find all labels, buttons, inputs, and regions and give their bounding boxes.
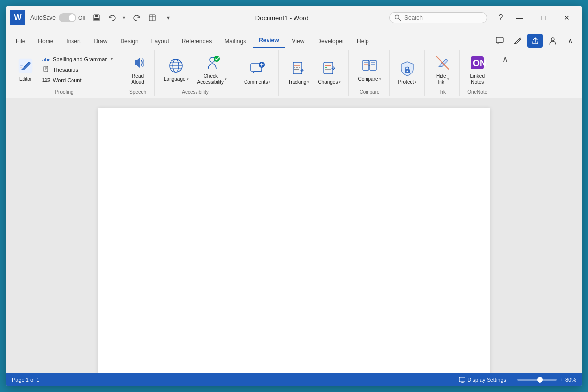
redo-button[interactable]	[130, 11, 144, 24]
ribbon-group-ink: HideInk ▾ Ink	[426, 50, 460, 96]
changes-button[interactable]: Changes ▾	[314, 58, 344, 87]
undo-button[interactable]	[105, 11, 119, 24]
account-button[interactable]	[545, 34, 561, 48]
customize-toolbar-button[interactable]: ▾	[161, 11, 175, 24]
zoom-slider[interactable]	[517, 379, 557, 381]
status-right: Display Settings − + 80%	[459, 376, 576, 383]
word-logo: W	[10, 10, 25, 25]
editor-label: Editor	[19, 76, 32, 82]
undo-dropdown[interactable]: ▼	[121, 11, 128, 24]
page-info[interactable]: Page 1 of 1	[12, 377, 39, 383]
display-settings-icon	[459, 376, 466, 383]
tab-help[interactable]: Help	[351, 35, 375, 48]
thesaurus-button[interactable]: Thesaurus	[39, 64, 116, 75]
comments-group-content: Comments ▾	[240, 50, 274, 95]
svg-rect-1	[95, 15, 98, 17]
read-aloud-button[interactable]: ReadAloud	[125, 52, 150, 87]
ribbon-group-tracking: Tracking ▾	[280, 50, 349, 96]
zoom-plus-button[interactable]: +	[560, 377, 563, 383]
svg-point-6	[395, 15, 399, 19]
word-count-button[interactable]: 123 Word Count	[39, 76, 116, 85]
minimize-button[interactable]: —	[509, 10, 531, 25]
speech-group-label: Speech	[125, 89, 150, 96]
hide-ink-button[interactable]: HideInk ▾	[430, 52, 455, 87]
save-button[interactable]	[90, 11, 103, 24]
protect-group-label	[394, 95, 421, 96]
hide-ink-label: HideInk	[436, 74, 446, 85]
language-button[interactable]: Language ▾	[160, 55, 193, 84]
edit-mode-button[interactable]	[510, 34, 525, 48]
window-controls: ? — □ ✕	[494, 10, 578, 25]
zoom-minus-button[interactable]: −	[511, 377, 514, 383]
maximize-button[interactable]: □	[532, 10, 555, 25]
tracking-group-label	[284, 95, 344, 96]
svg-point-43	[407, 70, 408, 72]
share-button[interactable]	[527, 34, 543, 48]
tab-home[interactable]: Home	[32, 35, 59, 48]
tab-mailings[interactable]: Mailings	[219, 35, 252, 48]
tab-design[interactable]: Design	[114, 35, 144, 48]
spelling-grammar-button[interactable]: abc Spelling and Grammar ▾	[39, 55, 116, 64]
autosave-toggle[interactable]: Off	[59, 13, 85, 22]
compare-button[interactable]: Compare ▾	[354, 55, 385, 84]
check-accessibility-button[interactable]: CheckAccessibility ▾	[194, 52, 231, 87]
comments-button[interactable]: Comments ▾	[240, 58, 274, 87]
protect-label: Protect	[398, 79, 414, 85]
tab-draw[interactable]: Draw	[88, 35, 113, 48]
tracking-icon	[290, 60, 307, 77]
compare-group-content: Compare ▾	[354, 50, 385, 89]
thesaurus-label: Thesaurus	[53, 67, 78, 73]
ribbon-collapse-button[interactable]: ∧	[563, 34, 578, 48]
zoom-control: − + 80%	[511, 377, 576, 383]
hide-ink-icon	[434, 54, 451, 72]
document-page[interactable]	[98, 108, 490, 373]
tab-review[interactable]: Review	[253, 34, 285, 48]
tab-insert[interactable]: Insert	[60, 35, 87, 48]
ribbon-group-proofing: Editor abc Spelling and Grammar ▾	[9, 50, 120, 96]
compare-label: Compare	[358, 76, 378, 82]
comments-panel-button[interactable]	[492, 34, 508, 48]
svg-rect-8	[496, 37, 503, 43]
changes-label: Changes	[318, 79, 338, 85]
tab-layout[interactable]: Layout	[146, 35, 175, 48]
linked-notes-button[interactable]: ON LinkedNotes	[465, 52, 490, 87]
tab-references[interactable]: References	[176, 35, 218, 48]
svg-rect-2	[94, 18, 99, 20]
read-aloud-label: ReadAloud	[131, 74, 144, 85]
tracking-button[interactable]: Tracking ▾	[284, 58, 313, 87]
close-button[interactable]: ✕	[556, 10, 578, 25]
ribbon-group-comments: Comments ▾	[236, 50, 279, 96]
protect-icon	[398, 60, 416, 77]
ribbon-group-protect: Protect ▾	[391, 50, 425, 96]
changes-icon	[320, 60, 338, 77]
accessibility-content: Language ▾ Ch	[160, 50, 231, 89]
linked-notes-label: LinkedNotes	[470, 74, 485, 85]
toggle-track[interactable]	[59, 13, 76, 22]
tab-view[interactable]: View	[286, 35, 311, 48]
zoom-thumb	[537, 377, 543, 383]
ribbon-collapse-toggle[interactable]: ∧	[497, 52, 513, 66]
language-icon	[167, 57, 185, 74]
zoom-percent[interactable]: 80%	[565, 377, 576, 383]
search-box[interactable]	[389, 12, 487, 23]
table-insert-button[interactable]	[146, 11, 159, 24]
document-title: Document1 - Word	[178, 14, 386, 22]
ink-group-content: HideInk ▾	[430, 50, 455, 89]
display-settings-button[interactable]: Display Settings	[459, 376, 506, 383]
editor-button[interactable]: Editor	[13, 55, 38, 84]
svg-line-9	[519, 39, 520, 40]
svg-point-24	[214, 56, 220, 62]
svg-text:ON: ON	[473, 58, 486, 68]
quick-access-toolbar: ▼ ▾	[90, 11, 175, 24]
search-input[interactable]	[404, 14, 473, 21]
tracking-label: Tracking	[288, 79, 306, 85]
ink-group-label: Ink	[430, 89, 455, 96]
tab-developer[interactable]: Developer	[311, 35, 350, 48]
help-button[interactable]: ?	[494, 11, 508, 24]
svg-line-7	[399, 19, 401, 21]
ribbon-group-compare: Compare ▾ Compare	[350, 50, 389, 96]
accessibility-group-label: Accessibility	[160, 89, 231, 96]
tab-file[interactable]: File	[10, 35, 31, 48]
tracking-group-content: Tracking ▾	[284, 50, 344, 95]
protect-button[interactable]: Protect ▾	[394, 58, 421, 87]
